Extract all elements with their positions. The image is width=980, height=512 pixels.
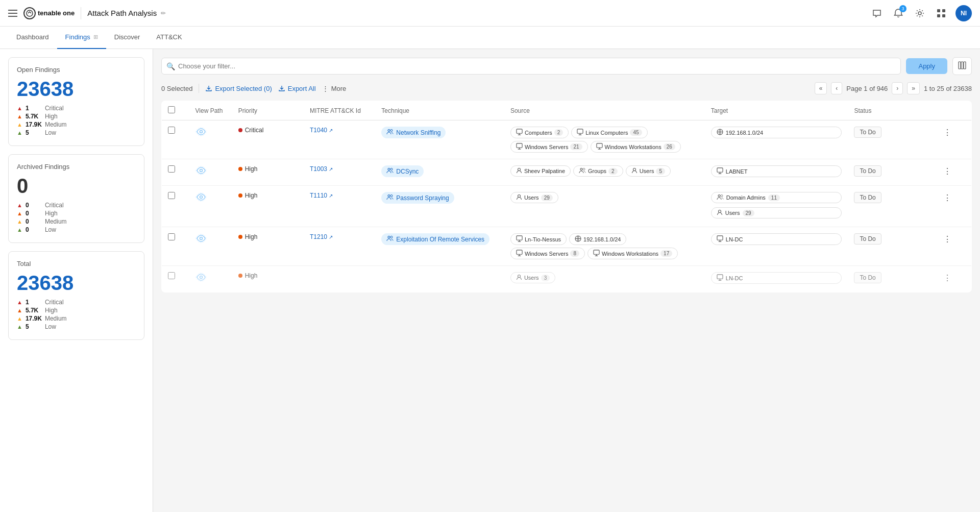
source-tag: Users 29 [510,192,558,203]
tech-icon [386,194,394,202]
external-link-icon: ↗ [329,128,333,133]
last-page-button[interactable]: » [907,82,920,94]
svg-point-0 [27,10,33,16]
export-selected-label: Export Selected (0) [215,85,272,92]
technique-label: DCSync [396,168,419,175]
prev-page-button[interactable]: ‹ [831,82,842,94]
svg-rect-37 [517,250,522,254]
source-tag-label: Groups [588,168,606,174]
source-tag: Windows Servers 8 [510,248,585,259]
row-checkbox-cell [162,266,189,292]
nav-left: tenable one Attack Path Analysis ✏ [8,7,166,19]
source-tag: Ln-Tio-Nessus [510,233,567,245]
row-actions-button-1[interactable]: ⋮ [940,165,954,177]
open-critical-label: Critical [45,105,64,112]
user-avatar[interactable]: NI [955,5,972,21]
export-selected-button[interactable]: Export Selected (0) [205,85,272,92]
row-checkbox-1[interactable] [168,165,175,173]
top-navigation: tenable one Attack Path Analysis ✏ 3 NI [0,0,980,27]
source-tag-icon [516,235,523,243]
more-button[interactable]: ⋮ More [322,85,347,92]
filter-input[interactable] [161,58,901,75]
mitre-link-3[interactable]: T1210 ↗ [310,233,369,240]
tab-findings[interactable]: Findings ⊞ [57,27,106,49]
view-path-icon-2[interactable] [195,194,207,204]
total-title: Total [17,260,136,267]
svg-point-18 [388,168,390,170]
source-tag: Linux Computers 45 [571,127,647,138]
source-tag: Windows Servers 21 [510,141,588,153]
row-checkbox-4[interactable] [168,272,175,279]
status-cell: To Do [848,266,934,292]
source-cell: Computers 2 Linux Computers 45 Windows S… [504,120,705,159]
mitre-link-2[interactable]: T1110 ↗ [310,192,369,199]
svg-point-34 [390,236,393,238]
open-low-label: Low [45,129,56,136]
first-page-button[interactable]: « [815,82,827,94]
hamburger-menu[interactable] [8,10,17,17]
settings-icon[interactable] [913,6,927,20]
technique-badge: Password Spraying [381,192,454,204]
technique-cell: Exploitation Of Remote Services [375,227,504,266]
tab-dashboard[interactable]: Dashboard [8,27,57,49]
source-tag-label: 192.168.1.0/24 [583,236,621,242]
priority-cell: High [232,227,304,266]
mitre-cell: T1003 ↗ [304,159,375,186]
target-chips: LN-DC [711,233,842,247]
apply-button[interactable]: Apply [906,58,947,74]
total-low-icon: ▲ [17,324,22,330]
grid-icon[interactable] [934,6,948,20]
source-tag-icon [516,167,522,175]
main-content: 🔍 Apply 0 Selected Export Selected (0) E… [153,49,980,512]
target-icon [717,129,723,136]
toolbar-right: « ‹ Page 1 of 946 › » 1 to 25 of 23638 [815,82,972,94]
tab-discover[interactable]: Discover [106,27,149,49]
priority-badge: High [238,192,298,199]
select-all-checkbox[interactable] [168,106,175,113]
tab-discover-label: Discover [114,33,140,41]
source-cell: Sheev Palpatine Groups 2 Users 5 [504,159,705,186]
source-tag-icon [579,167,586,175]
tab-attck[interactable]: ATT&CK [148,27,190,49]
app-title: Attack Path Analysis [87,9,157,17]
row-checkbox-2[interactable] [168,192,175,199]
status-cell: To Do [848,227,934,266]
priority-dot [238,167,242,171]
row-actions-button-3[interactable]: ⋮ [940,233,954,245]
svg-rect-24 [717,168,723,172]
svg-rect-42 [717,275,723,279]
row-actions-button-2[interactable]: ⋮ [940,192,954,204]
svg-point-32 [200,237,202,240]
priority-badge: High [238,233,298,240]
archived-findings-count: 0 [17,175,136,198]
export-all-label: Export All [288,85,316,92]
export-all-button[interactable]: Export All [278,85,316,92]
view-path-icon-0[interactable] [195,129,207,139]
mitre-link-0[interactable]: T1040 ↗ [310,127,369,134]
row-actions-button-0[interactable]: ⋮ [940,127,954,138]
priority-dot [238,235,242,239]
row-checkbox-3[interactable] [168,233,175,240]
row-actions-button-4[interactable]: ⋮ [940,272,954,284]
filter-bar: 🔍 Apply [161,57,972,75]
notifications-icon[interactable]: 3 [891,6,905,20]
view-path-icon-3[interactable] [195,235,207,246]
next-page-button[interactable]: › [892,82,903,94]
source-tag: Users 5 [626,165,671,177]
status-badge-1: To Do [854,165,881,177]
status-badge-3: To Do [854,233,881,245]
edit-icon[interactable]: ✏ [161,10,166,17]
table-row: Critical T1040 ↗ Network Sniffing Comput… [162,120,972,159]
view-path-icon-1[interactable] [195,167,207,178]
mitre-cell: T1040 ↗ [304,120,375,159]
row-checkbox-0[interactable] [168,127,175,134]
row-checkbox-cell [162,120,189,159]
technique-badge: Network Sniffing [381,127,446,138]
tab-attck-label: ATT&CK [156,33,182,41]
mitre-link-1[interactable]: T1003 ↗ [310,165,369,173]
target-label: LABNET [726,168,748,175]
columns-button[interactable] [952,57,972,75]
source-tag-label: Users [640,168,654,174]
view-path-icon-4[interactable] [195,274,207,284]
chat-icon[interactable] [870,6,884,20]
